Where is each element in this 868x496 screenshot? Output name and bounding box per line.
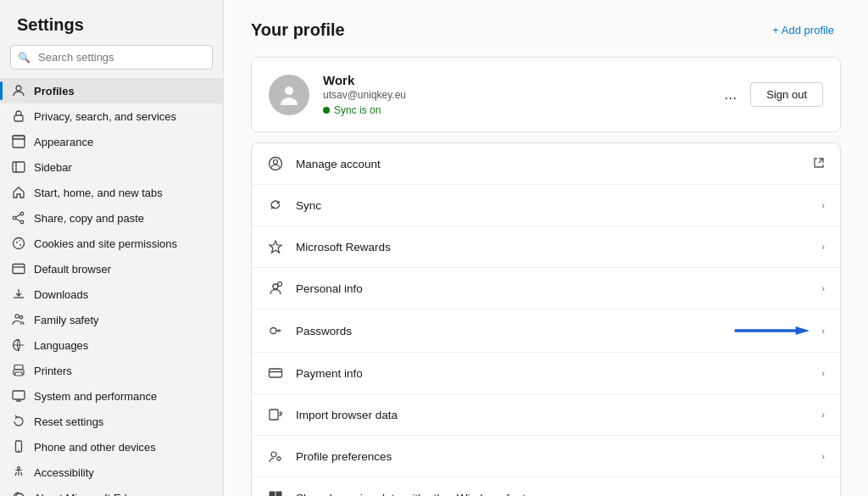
profile-info: Work utsav@uniqkey.eu Sync is on [323, 73, 705, 116]
sign-out-button[interactable]: Sign out [750, 82, 823, 107]
more-options-button[interactable]: ... [719, 82, 742, 107]
svg-point-11 [14, 238, 25, 249]
menu-item-manage-account[interactable]: Manage account [252, 143, 840, 185]
sidebar-label-reset: Reset settings [34, 415, 103, 428]
share-icon [12, 211, 25, 225]
svg-rect-1 [14, 115, 23, 121]
svg-point-14 [19, 240, 20, 242]
family-icon [12, 313, 25, 326]
sync-status-text: Sync is on [334, 104, 381, 116]
svg-rect-21 [15, 372, 22, 376]
sidebar-label-phone: Phone and other devices [34, 441, 156, 454]
download-icon [12, 287, 25, 301]
system-icon [12, 389, 25, 403]
chevron-right-icon: › [821, 326, 825, 336]
sidebar-label-languages: Languages [34, 339, 88, 352]
sidebar-item-system[interactable]: System and performance [0, 383, 223, 409]
menu-item-import[interactable]: Import browser data › [252, 394, 840, 436]
profile-email: utsav@uniqkey.eu [323, 89, 705, 101]
settings-title: Settings [0, 0, 223, 45]
svg-rect-40 [270, 410, 278, 420]
sidebar-label-default-browser: Default browser [34, 263, 111, 276]
sidebar-item-accessibility[interactable]: Accessibility [0, 460, 223, 485]
sidebar-item-downloads[interactable]: Downloads [0, 281, 223, 307]
menu-label-rewards: Microsoft Rewards [296, 241, 810, 254]
chevron-right-icon: › [821, 451, 825, 461]
sidebar-label-system: System and performance [34, 390, 157, 403]
chevron-right-icon: › [821, 493, 825, 496]
chevron-right-icon: › [821, 200, 825, 210]
sidebar-label-printers: Printers [34, 365, 72, 377]
sidebar-item-family[interactable]: Family safety [0, 307, 223, 332]
sidebar-item-default-browser[interactable]: Default browser [0, 256, 223, 281]
svg-rect-38 [270, 369, 282, 377]
chevron-right-icon: › [821, 410, 825, 420]
svg-point-41 [271, 452, 276, 457]
person-circle-icon [267, 155, 284, 172]
windows-icon [267, 489, 284, 496]
browser-icon [12, 262, 25, 276]
svg-point-0 [16, 86, 21, 91]
svg-point-42 [277, 457, 281, 460]
profile-name: Work [323, 73, 705, 87]
svg-point-27 [18, 467, 20, 470]
person-icon [12, 84, 25, 98]
svg-rect-47 [270, 492, 275, 497]
menu-item-personal-info[interactable]: i Personal info › [252, 268, 840, 309]
sidebar-label-downloads: Downloads [34, 288, 88, 301]
profile-prefs-icon [267, 448, 284, 465]
svg-point-28 [285, 86, 293, 95]
appearance-icon [12, 135, 25, 148]
sidebar-label-start-home: Start, home, and new tabs [34, 187, 163, 199]
menu-item-share-browsing[interactable]: Share browsing data with other Windows f… [252, 477, 840, 496]
profile-sync: Sync is on [323, 104, 705, 116]
menu-item-profile-prefs[interactable]: Profile preferences › [252, 436, 840, 477]
chevron-right-icon: › [821, 242, 825, 252]
svg-line-10 [16, 219, 21, 221]
sidebar-item-start-home[interactable]: Start, home, and new tabs [0, 180, 223, 205]
edge-icon [12, 491, 25, 496]
svg-point-8 [13, 216, 16, 220]
person-info-icon: i [267, 280, 284, 297]
chevron-right-icon: › [821, 283, 825, 293]
sync-icon [267, 197, 284, 214]
menu-label-payment-info: Payment info [296, 367, 810, 380]
sidebar-item-phone[interactable]: Phone and other devices [0, 434, 223, 460]
sidebar-item-profiles[interactable]: Profiles [0, 78, 223, 103]
profile-menu-list: Manage account Sync › Microsoft Rewards … [251, 142, 841, 496]
sidebar-label-privacy: Privacy, search, and services [34, 110, 176, 123]
menu-label-manage-account: Manage account [296, 158, 801, 170]
menu-item-rewards[interactable]: Microsoft Rewards › [252, 226, 840, 268]
sidebar-label-sidebar: Sidebar [34, 161, 72, 174]
sidebar-label-cookies: Cookies and site permissions [34, 237, 177, 250]
add-profile-button[interactable]: + Add profile [765, 20, 841, 40]
search-input[interactable] [10, 45, 213, 70]
language-icon [12, 338, 25, 352]
svg-point-18 [19, 315, 22, 318]
menu-label-personal-info: Personal info [296, 282, 810, 295]
svg-rect-48 [276, 492, 282, 497]
sidebar-item-about[interactable]: About Microsoft Edge [0, 485, 223, 496]
svg-marker-37 [796, 326, 810, 335]
sidebar-item-appearance[interactable]: Appearance [0, 129, 223, 154]
svg-point-26 [18, 449, 19, 451]
sidebar-item-languages[interactable]: Languages [0, 332, 223, 358]
sidebar-label-family: Family safety [34, 314, 99, 326]
sidebar-item-reset[interactable]: Reset settings [0, 409, 223, 434]
menu-label-sync: Sync [296, 199, 810, 212]
menu-item-payment-info[interactable]: Payment info › [252, 353, 840, 394]
avatar [269, 75, 309, 115]
menu-item-sync[interactable]: Sync › [252, 185, 840, 226]
sidebar-item-privacy[interactable]: Privacy, search, and services [0, 103, 223, 129]
rewards-icon [267, 238, 284, 255]
svg-line-9 [16, 215, 21, 217]
printer-icon [12, 364, 25, 377]
menu-label-passwords: Passwords [296, 325, 721, 337]
sidebar-item-printers[interactable]: Printers [0, 358, 223, 383]
menu-item-passwords[interactable]: Passwords › [252, 309, 840, 353]
sidebar-item-sidebar[interactable]: Sidebar [0, 154, 223, 180]
menu-label-profile-prefs: Profile preferences [296, 450, 810, 463]
svg-point-17 [15, 315, 19, 318]
sidebar-item-cookies[interactable]: Cookies and site permissions [0, 231, 223, 256]
sidebar-item-share-copy[interactable]: Share, copy and paste [0, 205, 223, 231]
